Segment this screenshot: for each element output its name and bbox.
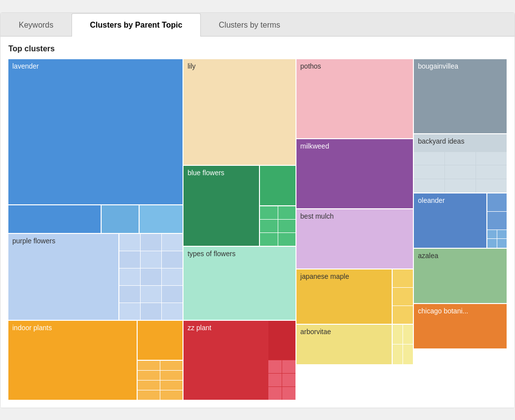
by-sub [414, 152, 444, 165]
by-sub [445, 179, 476, 192]
milkweed-label: milkweed [300, 142, 329, 150]
ole-sub [487, 193, 507, 211]
tab-clusters-terms[interactable]: Clusters by terms [201, 13, 298, 37]
azalea-label: azalea [418, 252, 438, 260]
cell-zz-plant[interactable]: zz plant [184, 321, 295, 400]
cell-bougainvillea[interactable]: bougainvillea [414, 59, 507, 133]
cell-types-of-flowers[interactable]: types of flowers [184, 247, 295, 320]
blue-sub [278, 206, 295, 219]
blue-sub [260, 220, 277, 232]
cell-azalea[interactable]: azalea [414, 249, 507, 303]
purple-sub-cell [119, 303, 140, 320]
indoor-r1 [138, 321, 183, 360]
blue-flowers-row: blue flowers [184, 166, 295, 246]
purple-sub-cell [141, 286, 161, 303]
zz-s [268, 374, 282, 386]
cell-indoor-plants[interactable]: indoor plants [8, 321, 183, 400]
main-content: Top clusters lavender purple flowers [0, 37, 515, 408]
arborvitae-label: arborvitae [300, 328, 331, 336]
arb-sub [403, 344, 413, 364]
cell-chicago-botani[interactable]: chicago botani... [414, 304, 507, 348]
blue-sub [278, 233, 295, 246]
purple-sub-grid [119, 234, 183, 320]
cell-oleander[interactable]: oleander [414, 193, 486, 248]
blue-sub [260, 233, 277, 246]
blue-r1 [260, 166, 295, 205]
indoor-sub [160, 381, 183, 390]
by-sub [445, 152, 476, 165]
purple-sub-cell [119, 251, 140, 268]
zz-sub1 [268, 321, 295, 360]
cell-arborvitae[interactable]: arborvitae [296, 325, 392, 364]
by-sub [445, 165, 476, 179]
oleander-label: oleander [418, 196, 445, 204]
indoor-sub [160, 371, 183, 380]
by-sub [476, 179, 507, 192]
zz-s [282, 387, 295, 400]
japanese-maple-row: japanese maple [296, 269, 413, 324]
cell-lavender-b1[interactable] [8, 205, 101, 233]
jap-sub [393, 288, 413, 305]
column-4: bougainvillea backyard ideas [414, 59, 507, 400]
purple-sub-cell [141, 234, 161, 251]
zz-s [268, 387, 282, 400]
by-sub [414, 179, 444, 192]
cell-lily[interactable]: lily [184, 59, 295, 165]
blue-sub [278, 220, 295, 232]
purple-main: purple flowers [8, 234, 118, 320]
column-2: lily blue flowers [184, 59, 295, 400]
ole-sub [487, 212, 507, 229]
zz-s [282, 360, 295, 373]
cell-lavender-b3[interactable] [140, 205, 183, 233]
indoor-sub [160, 390, 183, 400]
cell-milkweed[interactable]: milkweed [296, 139, 413, 208]
indoor-right [138, 321, 183, 400]
indoor-sub [138, 361, 160, 370]
purple-sub-cell [119, 286, 140, 303]
oleander-row: oleander [414, 193, 507, 248]
cell-blue-flowers[interactable]: blue flowers [184, 166, 259, 246]
lavender-label: lavender [12, 62, 39, 70]
bougainvillea-label: bougainvillea [418, 62, 458, 70]
purple-sub-cell [119, 234, 140, 251]
blue-r2-grid [260, 206, 295, 246]
cell-pothos[interactable]: pothos [296, 59, 413, 138]
by-sub [476, 165, 507, 179]
purple-sub-cell [119, 268, 140, 285]
indoor-plants-label: indoor plants [12, 324, 52, 332]
cell-best-mulch[interactable]: best mulch [296, 209, 413, 268]
blue-sub [260, 206, 277, 219]
zz-sub-col [268, 321, 295, 400]
indoor-sub [160, 361, 183, 370]
column-1: lavender purple flowers [8, 59, 183, 400]
backyard-sub-grid [414, 152, 507, 192]
chicago-label: chicago botani... [418, 307, 468, 315]
oleander-right [487, 193, 507, 248]
lily-label: lily [187, 62, 195, 70]
best-mulch-label: best mulch [300, 212, 334, 220]
pothos-label: pothos [300, 62, 321, 70]
arborvitae-right [393, 325, 413, 364]
cell-lavender-main[interactable]: lavender [8, 59, 183, 204]
arb-sub [393, 325, 403, 344]
by-sub [414, 165, 444, 179]
tab-bar: Keywords Clusters by Parent Topic Cluste… [0, 13, 515, 37]
arb-sub [403, 325, 413, 344]
zz-s [268, 360, 282, 373]
purple-sub-cell [162, 234, 183, 251]
indoor-main: indoor plants [8, 321, 137, 400]
arborvitae-row: arborvitae [296, 325, 413, 364]
main-container: Keywords Clusters by Parent Topic Cluste… [0, 12, 515, 408]
cell-japanese-maple[interactable]: japanese maple [296, 269, 392, 324]
cell-lavender-b2[interactable] [102, 205, 139, 233]
blue-right [260, 166, 295, 246]
jap-sub [393, 269, 413, 287]
cell-backyard-ideas[interactable]: backyard ideas [414, 134, 507, 192]
column-3: pothos milkweed best mulch japanese mapl… [296, 59, 413, 400]
tab-keywords[interactable]: Keywords [0, 13, 72, 37]
jap-sub [393, 306, 413, 324]
blue-flowers-label: blue flowers [187, 169, 224, 177]
section-title: Top clusters [8, 44, 507, 53]
cell-purple-flowers[interactable]: purple flowers [8, 234, 183, 320]
tab-clusters-parent[interactable]: Clusters by Parent Topic [72, 13, 200, 37]
